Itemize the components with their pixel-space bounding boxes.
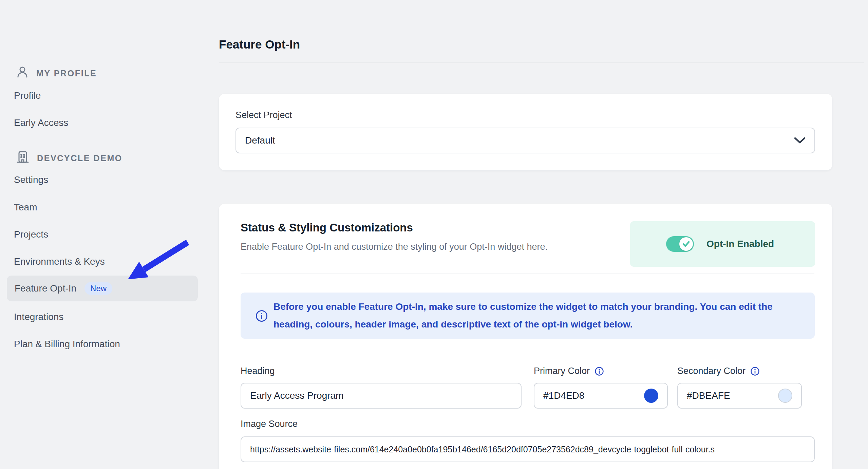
secondary-color-input[interactable]: #DBEAFE <box>677 383 802 409</box>
sidebar-item-feature-opt-in[interactable]: Feature Opt-In New <box>7 276 198 301</box>
sidebar-item-projects[interactable]: Projects <box>14 227 48 242</box>
heading-label: Heading <box>241 366 275 376</box>
select-project-label: Select Project <box>235 110 292 120</box>
status-styling-card: Status & Styling Customizations Enable F… <box>219 204 832 469</box>
check-icon <box>682 241 690 247</box>
primary-color-label: Primary Color <box>534 366 604 376</box>
sidebar-section-label: DEVCYCLE DEMO <box>37 153 122 163</box>
opt-in-status-box: Opt-In Enabled <box>630 221 815 267</box>
new-badge: New <box>84 282 112 295</box>
sidebar-item-integrations[interactable]: Integrations <box>14 309 63 324</box>
section-title: Status & Styling Customizations <box>241 221 413 234</box>
heading-input[interactable]: Early Access Program <box>241 383 522 409</box>
info-icon <box>255 309 268 324</box>
image-source-value: https://assets.website-files.com/614e240… <box>250 445 805 454</box>
select-project-card: Select Project Default <box>219 94 832 170</box>
chevron-down-icon <box>794 137 806 144</box>
image-source-label: Image Source <box>241 419 298 429</box>
info-icon[interactable] <box>595 367 604 376</box>
project-select-value: Default <box>245 135 794 146</box>
secondary-color-label: Secondary Color <box>677 366 760 376</box>
section-divider <box>241 274 814 274</box>
sidebar-item-environments-keys[interactable]: Environments & Keys <box>14 254 105 269</box>
info-icon[interactable] <box>750 367 760 376</box>
sidebar-item-profile[interactable]: Profile <box>14 88 41 103</box>
primary-color-value: #1D4ED8 <box>543 390 644 401</box>
toggle-label: Opt-In Enabled <box>706 239 774 249</box>
sidebar-item-label: Feature Opt-In <box>15 283 76 294</box>
image-source-input[interactable]: https://assets.website-files.com/614e240… <box>241 436 815 462</box>
sidebar-section-devcycle-demo: DEVCYCLE DEMO <box>17 151 122 166</box>
sidebar-item-early-access[interactable]: Early Access <box>14 115 68 130</box>
info-banner: Before you enable Feature Opt-In, make s… <box>241 293 815 339</box>
sidebar-section-my-profile: MY PROFILE <box>17 66 97 81</box>
section-subtitle: Enable Feature Opt-In and customize the … <box>241 242 548 252</box>
heading-input-value: Early Access Program <box>250 390 512 401</box>
page-title: Feature Opt-In <box>219 38 300 51</box>
sidebar-item-settings[interactable]: Settings <box>14 172 48 187</box>
sidebar-item-team[interactable]: Team <box>14 200 37 215</box>
building-icon <box>17 151 29 166</box>
opt-in-toggle[interactable] <box>666 236 694 252</box>
header-divider <box>219 62 864 63</box>
primary-color-input[interactable]: #1D4ED8 <box>534 383 668 409</box>
primary-color-swatch[interactable] <box>644 389 658 403</box>
project-select[interactable]: Default <box>235 128 815 153</box>
banner-text: Before you enable Feature Opt-In, make s… <box>273 298 773 333</box>
toggle-knob <box>679 237 693 251</box>
secondary-color-value: #DBEAFE <box>687 390 778 401</box>
secondary-color-swatch[interactable] <box>778 389 792 403</box>
app-root: MY PROFILE Profile Early Access DEVCYCLE… <box>0 0 868 469</box>
user-icon <box>17 66 28 80</box>
sidebar-item-plan-billing[interactable]: Plan & Billing Information <box>14 337 120 352</box>
sidebar-section-label: MY PROFILE <box>36 69 97 78</box>
